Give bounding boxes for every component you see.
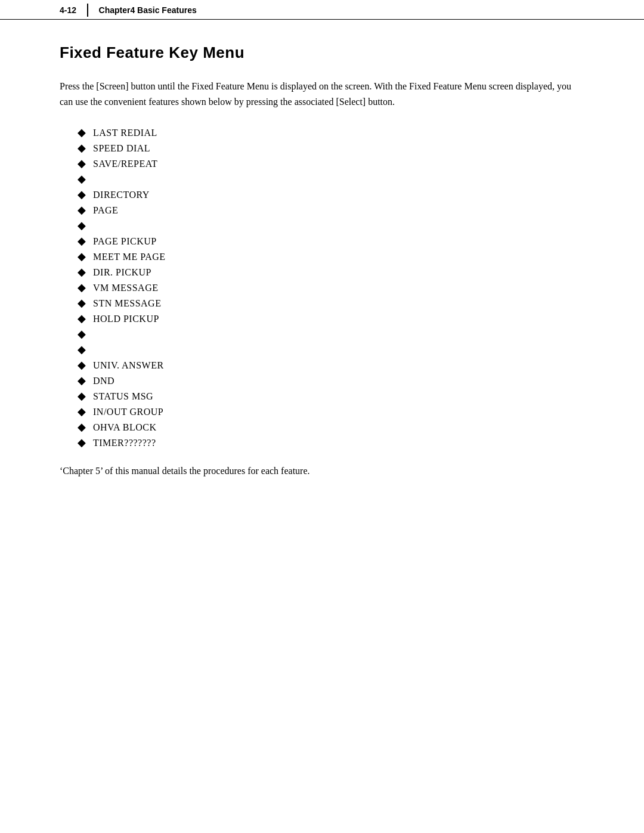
bullet-icon: ◆ xyxy=(78,358,86,371)
bullet-icon: ◆ xyxy=(78,234,86,247)
list-item: ◆OHVA BLOCK xyxy=(78,420,584,433)
bullet-icon: ◆ xyxy=(78,296,86,309)
page-title: Fixed Feature Key Menu xyxy=(60,44,584,62)
feature-item-label: PAGE PICKUP xyxy=(93,236,157,247)
feature-item-label: DIR. PICKUP xyxy=(93,267,151,278)
list-item: ◆ DND xyxy=(78,374,584,387)
content-area: Fixed Feature Key Menu Press the [Screen… xyxy=(0,20,644,512)
feature-item-label: DND xyxy=(93,376,114,386)
list-item: ◆PAGE xyxy=(78,203,584,216)
list-item: ◆SPEED DIAL xyxy=(78,141,584,154)
list-item: ◆ xyxy=(78,327,584,340)
list-item: ◆IN/OUT GROUP xyxy=(78,405,584,418)
bullet-icon: ◆ xyxy=(78,436,86,449)
bullet-icon: ◆ xyxy=(78,203,86,216)
footer-note: ‘Chapter 5’ of this manual details the p… xyxy=(60,466,584,476)
list-item: ◆HOLD PICKUP xyxy=(78,312,584,325)
feature-item-label: HOLD PICKUP xyxy=(93,314,159,324)
intro-paragraph: Press the [Screen] button until the Fixe… xyxy=(60,79,584,109)
feature-item-label: LAST REDIAL xyxy=(93,128,157,138)
bullet-icon: ◆ xyxy=(78,420,86,433)
list-item: ◆UNIV. ANSWER xyxy=(78,358,584,371)
header-divider xyxy=(87,4,88,17)
list-item: ◆STATUS MSG xyxy=(78,389,584,402)
bullet-icon: ◆ xyxy=(78,219,86,232)
feature-item-label: STN MESSAGE xyxy=(93,298,161,309)
list-item: ◆STN MESSAGE xyxy=(78,296,584,309)
feature-item-label: SPEED DIAL xyxy=(93,143,150,154)
bullet-icon: ◆ xyxy=(78,327,86,340)
list-item: ◆ xyxy=(78,219,584,232)
feature-item-label: SAVE/REPEAT xyxy=(93,159,157,169)
bullet-icon: ◆ xyxy=(78,374,86,387)
bullet-icon: ◆ xyxy=(78,389,86,402)
list-item: ◆VM MESSAGE xyxy=(78,281,584,294)
list-item: ◆ xyxy=(78,172,584,185)
feature-item-label: MEET ME PAGE xyxy=(93,252,166,262)
feature-item-label: OHVA BLOCK xyxy=(93,422,157,433)
bullet-icon: ◆ xyxy=(78,343,86,356)
feature-item-label: IN/OUT GROUP xyxy=(93,407,163,417)
bullet-icon: ◆ xyxy=(78,157,86,170)
bullet-icon: ◆ xyxy=(78,312,86,325)
feature-item-label: PAGE xyxy=(93,205,118,216)
bullet-icon: ◆ xyxy=(78,126,86,139)
chapter-label: Chapter4 Basic Features xyxy=(99,5,197,15)
page-header: 4-12 Chapter4 Basic Features xyxy=(0,0,644,20)
list-item: ◆DIRECTORY xyxy=(78,188,584,201)
bullet-icon: ◆ xyxy=(78,405,86,418)
feature-item-label: VM MESSAGE xyxy=(93,283,158,293)
feature-item-label: STATUS MSG xyxy=(93,391,153,402)
list-item: ◆PAGE PICKUP xyxy=(78,234,584,247)
bullet-icon: ◆ xyxy=(78,250,86,263)
list-item: ◆DIR. PICKUP xyxy=(78,265,584,278)
list-item: ◆SAVE/REPEAT xyxy=(78,157,584,170)
feature-item-label: DIRECTORY xyxy=(93,190,150,200)
page-container: 4-12 Chapter4 Basic Features Fixed Featu… xyxy=(0,0,644,833)
feature-item-label: UNIV. ANSWER xyxy=(93,360,164,371)
feature-list: ◆LAST REDIAL◆SPEED DIAL◆SAVE/REPEAT◆◆DIR… xyxy=(78,126,584,449)
bullet-icon: ◆ xyxy=(78,281,86,294)
bullet-icon: ◆ xyxy=(78,172,86,185)
list-item: ◆LAST REDIAL xyxy=(78,126,584,139)
bullet-icon: ◆ xyxy=(78,265,86,278)
bullet-icon: ◆ xyxy=(78,188,86,201)
list-item: ◆MEET ME PAGE xyxy=(78,250,584,263)
page-number: 4-12 xyxy=(0,5,87,15)
bullet-icon: ◆ xyxy=(78,141,86,154)
feature-item-label: TIMER??????? xyxy=(93,438,156,448)
list-item: ◆TIMER??????? xyxy=(78,436,584,449)
list-item: ◆ xyxy=(78,343,584,356)
